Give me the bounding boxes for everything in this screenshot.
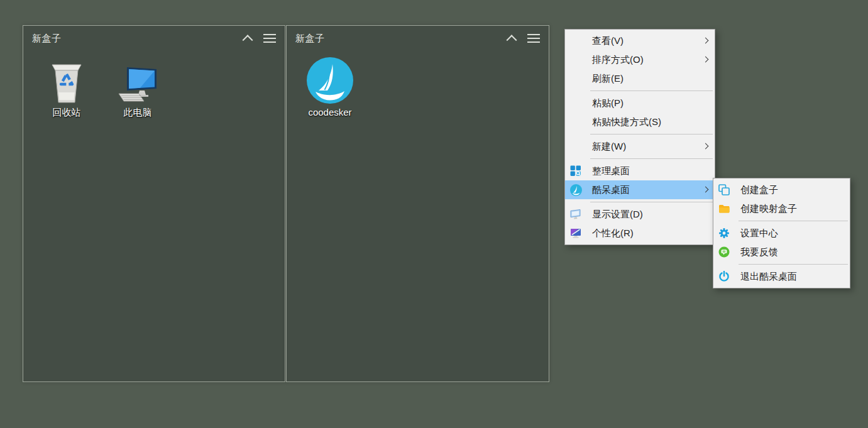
submenu-arrow-icon <box>703 37 709 43</box>
personalization-icon <box>569 228 592 239</box>
coodesker-icon <box>307 56 353 104</box>
coodesker-submenu: 创建盒子 创建映射盒子 设置中心 <box>713 178 850 288</box>
chevron-up-icon <box>507 35 517 45</box>
menu-item-paste[interactable]: 粘贴(P) <box>565 94 715 112</box>
hamburger-icon <box>263 34 276 43</box>
desktop-box-right: 新盒子 coodesker <box>286 25 549 382</box>
submenu-item-feedback[interactable]: 我要反馈 <box>713 243 850 261</box>
submenu-arrow-icon <box>703 56 709 62</box>
power-icon <box>718 271 740 282</box>
settings-gear-icon <box>718 228 740 239</box>
submenu-item-exit-coodesker[interactable]: 退出酷呆桌面 <box>713 267 850 286</box>
icon-label: coodesker <box>308 107 351 118</box>
create-box-icon <box>718 184 740 195</box>
chevron-up-icon <box>243 35 253 45</box>
box-menu-button[interactable] <box>527 31 541 45</box>
menu-separator <box>590 158 713 159</box>
menu-item-sort-by[interactable]: 排序方式(O) <box>565 50 715 69</box>
desktop[interactable]: { "colors": { "desktop_bg": "#525C51", "… <box>0 0 868 428</box>
box-menu-button[interactable] <box>263 31 277 45</box>
menu-separator <box>739 264 848 265</box>
collapse-button[interactable] <box>505 31 519 45</box>
box-title: 新盒子 <box>32 33 62 45</box>
submenu-item-create-box[interactable]: 创建盒子 <box>713 180 850 199</box>
menu-separator <box>739 221 848 221</box>
menu-item-coodesker[interactable]: 酷呆桌面 <box>565 180 715 199</box>
organize-desktop-icon <box>569 165 592 177</box>
menu-item-view[interactable]: 查看(V) <box>565 31 715 50</box>
menu-item-personalization[interactable]: 个性化(R) <box>565 224 715 243</box>
submenu-arrow-icon <box>703 143 709 149</box>
submenu-item-settings-center[interactable]: 设置中心 <box>713 224 850 243</box>
this-pc-icon <box>118 56 158 104</box>
submenu-arrow-icon <box>703 186 709 192</box>
menu-item-new[interactable]: 新建(W) <box>565 137 715 156</box>
recycle-bin-icon <box>50 56 83 104</box>
icon-label: 此电脑 <box>124 107 152 119</box>
menu-separator <box>590 202 713 202</box>
icon-label: 回收站 <box>53 107 81 119</box>
collapse-button[interactable] <box>241 31 255 45</box>
feedback-icon <box>718 246 740 258</box>
box-title: 新盒子 <box>295 33 325 45</box>
coodesker-icon <box>569 184 592 196</box>
desktop-icon-recycle-bin[interactable]: 回收站 <box>39 56 94 119</box>
desktop-icon-coodesker[interactable]: coodesker <box>302 56 358 118</box>
menu-item-organize-desktop[interactable]: 整理桌面 <box>565 162 715 180</box>
desktop-box-left: 新盒子 回收站 <box>23 25 285 382</box>
desktop-context-menu: 查看(V) 排序方式(O) 刷新(E) 粘贴(P) 粘贴快捷方式(S) 新建(W… <box>564 29 715 245</box>
menu-separator <box>590 91 713 91</box>
box-titlebar[interactable]: 新盒子 <box>23 26 285 51</box>
display-settings-icon <box>569 209 592 220</box>
box-titlebar[interactable]: 新盒子 <box>287 26 549 51</box>
desktop-icon-this-pc[interactable]: 此电脑 <box>110 56 165 119</box>
menu-item-refresh[interactable]: 刷新(E) <box>565 69 715 88</box>
hamburger-icon <box>527 34 540 43</box>
menu-item-paste-shortcut[interactable]: 粘贴快捷方式(S) <box>565 112 715 131</box>
menu-separator <box>590 134 713 134</box>
mapped-folder-icon <box>718 203 740 214</box>
menu-item-display-settings[interactable]: 显示设置(D) <box>565 205 715 224</box>
submenu-item-create-mapped-box[interactable]: 创建映射盒子 <box>713 199 850 218</box>
